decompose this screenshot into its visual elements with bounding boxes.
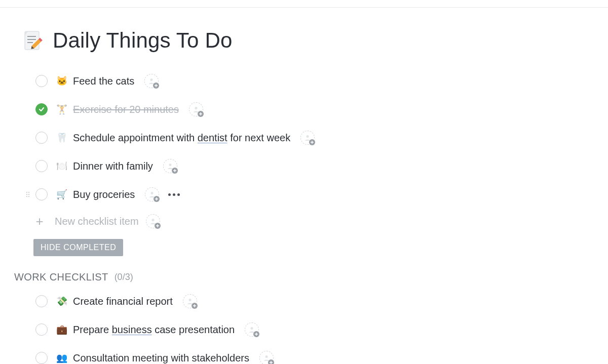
list-item: 🐱 Feed the cats	[26, 67, 608, 95]
assign-button[interactable]	[189, 102, 203, 116]
list-item: 🏋️ Exercise for 20 minutes	[26, 95, 608, 124]
page-icon	[20, 29, 44, 52]
item-label[interactable]: Feed the cats	[73, 75, 134, 87]
item-label[interactable]: Buy groceries	[73, 189, 135, 200]
svg-point-9	[307, 135, 309, 138]
checkbox[interactable]	[35, 323, 48, 336]
assign-button[interactable]	[259, 351, 274, 364]
item-label[interactable]: Dinner with family	[73, 160, 153, 172]
plus-icon: +	[33, 214, 46, 229]
item-label[interactable]: Consultation meeting with stakeholders	[73, 352, 249, 364]
drag-handle-icon[interactable]	[26, 192, 32, 197]
weightlift-icon: 🏋️	[56, 104, 68, 115]
hide-completed-button[interactable]: HIDE COMPLETED	[33, 239, 123, 256]
assign-button[interactable]	[144, 74, 159, 88]
svg-point-12	[151, 219, 154, 221]
assign-button[interactable]	[245, 322, 259, 337]
svg-point-14	[251, 327, 253, 330]
assign-button[interactable]	[146, 214, 160, 228]
cart-icon: 🛒	[56, 189, 68, 200]
checkbox[interactable]	[35, 188, 48, 200]
work-checklist: 💸 Create financial report 💼 Prepare busi…	[20, 287, 608, 364]
new-item-placeholder: New checklist item	[55, 216, 139, 227]
daily-checklist: 🐱 Feed the cats 🏋️ Exercise for 20 minut…	[20, 67, 608, 256]
svg-point-11	[151, 192, 154, 194]
item-label[interactable]: Create financial report	[73, 296, 173, 307]
list-item: 💸 Create financial report	[26, 287, 608, 315]
checkbox[interactable]	[35, 75, 48, 87]
checkbox[interactable]	[35, 352, 48, 364]
page-title: Daily Things To Do	[53, 28, 233, 53]
svg-point-15	[265, 355, 268, 358]
tooth-icon: 🦷	[56, 132, 68, 143]
item-label[interactable]: Exercise for 20 minutes	[73, 104, 179, 115]
assign-button[interactable]	[163, 159, 177, 173]
section-count: (0/3)	[115, 272, 133, 282]
section-title[interactable]: WORK CHECKLIST	[14, 271, 108, 283]
item-label[interactable]: Prepare business case presentation	[73, 324, 235, 336]
item-label[interactable]: Schedule appointment with dentist for ne…	[73, 132, 290, 144]
list-item: 👥 Consultation meeting with stakeholders	[26, 344, 608, 364]
plate-icon: 🍽️	[56, 160, 68, 172]
list-item: 💼 Prepare business case presentation	[26, 315, 608, 344]
people-icon: 👥	[56, 352, 68, 363]
checkbox[interactable]	[35, 295, 48, 307]
checkbox[interactable]	[35, 132, 48, 144]
list-item: 🦷 Schedule appointment with dentist for …	[26, 124, 608, 152]
assign-button[interactable]	[183, 294, 197, 308]
assign-button[interactable]	[145, 187, 159, 201]
new-item-row[interactable]: + New checklist item	[26, 209, 608, 234]
checkbox[interactable]	[35, 160, 48, 172]
svg-point-8	[195, 107, 197, 109]
briefcase-icon: 💼	[56, 324, 68, 335]
page-header: Daily Things To Do	[20, 28, 608, 53]
section-header: WORK CHECKLIST (0/3)	[14, 271, 608, 283]
list-item: 🍽️ Dinner with family	[26, 152, 608, 180]
money-icon: 💸	[56, 296, 68, 307]
list-item: 🛒 Buy groceries	[26, 180, 608, 209]
svg-point-10	[169, 164, 171, 166]
more-options-button[interactable]	[168, 193, 180, 196]
svg-point-7	[150, 78, 153, 81]
cat-icon: 🐱	[56, 75, 68, 87]
assign-button[interactable]	[300, 131, 315, 145]
svg-point-13	[188, 299, 191, 301]
checkbox[interactable]	[35, 103, 48, 115]
top-divider	[0, 7, 608, 8]
